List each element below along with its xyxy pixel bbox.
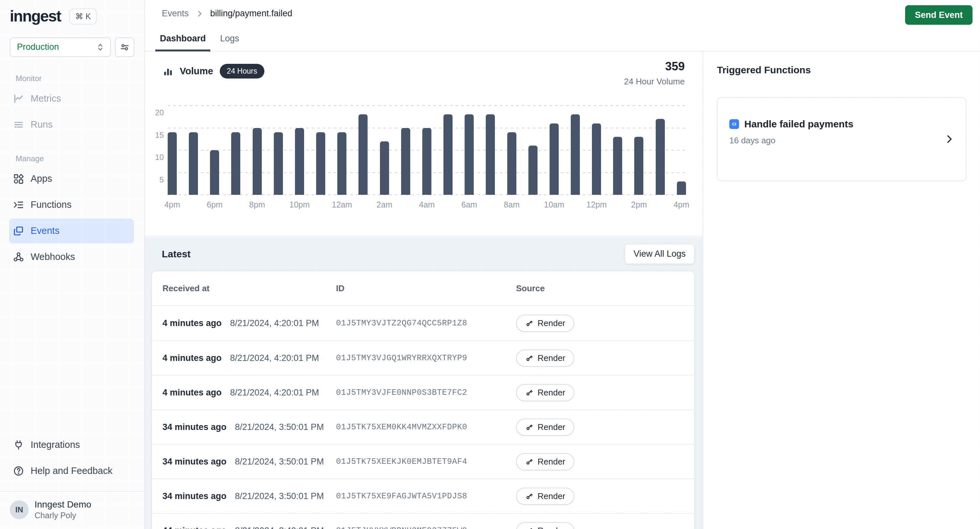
key-icon bbox=[525, 423, 534, 431]
latest-section: Latest View All Logs Received at ID Sour… bbox=[145, 237, 703, 529]
sidebar-item-webhooks[interactable]: Webhooks bbox=[9, 245, 134, 269]
sidebar-item-functions[interactable]: Functions bbox=[9, 193, 134, 217]
volume-bar[interactable] bbox=[210, 150, 219, 195]
sidebar-item-integrations[interactable]: Integrations bbox=[9, 433, 134, 457]
environment-settings-button[interactable] bbox=[115, 37, 134, 57]
volume-bar[interactable] bbox=[634, 137, 643, 195]
volume-bar[interactable] bbox=[295, 128, 304, 195]
source-label: Render bbox=[538, 422, 565, 432]
source-cell: Render bbox=[516, 419, 694, 436]
event-id: 01J5TK75XEEKJK0EMJBTET9AF4 bbox=[336, 457, 516, 467]
apps-grid-icon bbox=[13, 173, 24, 184]
topbar: Events billing/payment.failed Dashboard … bbox=[145, 0, 980, 51]
sidebar-item-events[interactable]: Events bbox=[9, 218, 134, 243]
volume-bar[interactable] bbox=[274, 132, 283, 195]
volume-bar[interactable] bbox=[571, 114, 580, 195]
volume-bar[interactable] bbox=[358, 114, 368, 195]
table-row[interactable]: 44 minutes ago 8/21/2024, 3:40:01 PM 01J… bbox=[152, 513, 694, 529]
table-row[interactable]: 34 minutes ago 8/21/2024, 3:50:01 PM 01J… bbox=[152, 409, 694, 444]
main-column: Volume 24 Hours 359 24 Hour Volume 51015… bbox=[145, 51, 703, 529]
volume-bar[interactable] bbox=[677, 182, 686, 195]
function-card[interactable]: Handle failed payments 16 days ago bbox=[717, 97, 966, 181]
source-badge[interactable]: Render bbox=[516, 349, 574, 367]
volume-bar[interactable] bbox=[168, 132, 177, 195]
received-relative: 4 minutes ago bbox=[162, 353, 222, 363]
volume-bar[interactable] bbox=[465, 114, 474, 195]
volume-chart-plot: 5101520 bbox=[168, 105, 686, 195]
x-tick-label: 2pm bbox=[631, 200, 647, 209]
volume-chart-section: Volume 24 Hours 359 24 Hour Volume 51015… bbox=[145, 51, 703, 236]
volume-bar[interactable] bbox=[422, 128, 431, 195]
volume-bar[interactable] bbox=[486, 114, 495, 195]
sidebar-item-metrics[interactable]: Metrics bbox=[9, 86, 134, 111]
command-k-shortcut[interactable]: ⌘ K bbox=[69, 8, 97, 24]
volume-bar[interactable] bbox=[189, 132, 198, 195]
y-tick-label: 15 bbox=[148, 131, 164, 140]
tab-logs[interactable]: Logs bbox=[216, 28, 244, 51]
table-row[interactable]: 34 minutes ago 8/21/2024, 3:50:01 PM 01J… bbox=[152, 478, 694, 513]
table-row[interactable]: 4 minutes ago 8/21/2024, 4:20:01 PM 01J5… bbox=[152, 306, 694, 340]
source-cell: Render bbox=[516, 384, 694, 401]
source-badge[interactable]: Render bbox=[516, 522, 574, 529]
table-row[interactable]: 34 minutes ago 8/21/2024, 3:50:01 PM 01J… bbox=[152, 444, 694, 478]
sidebar-item-label: Runs bbox=[30, 119, 53, 130]
volume-bar[interactable] bbox=[401, 128, 410, 195]
x-tick-label: 10am bbox=[544, 200, 565, 209]
sidebar-item-help[interactable]: Help and Feedback bbox=[9, 459, 134, 483]
nav-section-manage: Manage bbox=[16, 154, 144, 163]
volume-bar[interactable] bbox=[231, 132, 240, 195]
chevron-right-icon bbox=[195, 10, 204, 18]
key-icon bbox=[525, 354, 534, 362]
source-badge[interactable]: Render bbox=[516, 384, 574, 401]
source-badge[interactable]: Render bbox=[516, 488, 574, 505]
tab-dashboard[interactable]: Dashboard bbox=[155, 28, 210, 51]
volume-bar[interactable] bbox=[592, 123, 601, 195]
environment-row: Production bbox=[10, 37, 134, 57]
volume-bar[interactable] bbox=[550, 123, 559, 195]
sidebar-item-runs[interactable]: Runs bbox=[9, 112, 134, 137]
send-event-button[interactable]: Send Event bbox=[905, 5, 972, 25]
chevron-right-icon bbox=[944, 134, 954, 144]
volume-bar[interactable] bbox=[528, 146, 538, 195]
volume-title: Volume bbox=[180, 66, 213, 76]
table-row[interactable]: 4 minutes ago 8/21/2024, 4:20:01 PM 01J5… bbox=[152, 375, 694, 409]
volume-bar[interactable] bbox=[337, 132, 347, 195]
chart-x-axis: 4pm6pm8pm10pm12am2am4am6am8am10am12pm2pm… bbox=[168, 200, 686, 210]
environment-select[interactable]: Production bbox=[10, 37, 111, 57]
x-tick-label: 12pm bbox=[586, 200, 607, 209]
logo-row: inngest ⌘ K bbox=[0, 0, 144, 25]
user-profile[interactable]: IN Inngest Demo Charly Poly bbox=[0, 492, 144, 529]
plug-icon bbox=[13, 440, 24, 451]
received-relative: 34 minutes ago bbox=[162, 457, 227, 467]
avatar: IN bbox=[10, 500, 29, 519]
key-icon bbox=[525, 457, 534, 466]
sidebar-item-apps[interactable]: Apps bbox=[9, 166, 134, 191]
events-windows-icon bbox=[13, 225, 24, 236]
event-id: 01J5TJHVYXWBBNH3ME9377Z5W9 bbox=[336, 526, 516, 529]
volume-total: 359 24 Hour Volume bbox=[624, 59, 685, 87]
volume-bar[interactable] bbox=[380, 141, 389, 195]
volume-bar[interactable] bbox=[253, 128, 262, 195]
sliders-icon bbox=[119, 42, 130, 53]
volume-bar[interactable] bbox=[507, 132, 516, 195]
source-badge[interactable]: Render bbox=[516, 315, 574, 332]
column-id: ID bbox=[336, 284, 516, 293]
volume-bar[interactable] bbox=[444, 114, 453, 195]
received-timestamp: 8/21/2024, 4:20:01 PM bbox=[230, 353, 319, 363]
volume-bar[interactable] bbox=[613, 137, 622, 195]
received-relative: 4 minutes ago bbox=[162, 318, 222, 328]
x-tick-label: 6pm bbox=[207, 200, 223, 209]
table-row[interactable]: 4 minutes ago 8/21/2024, 4:20:01 PM 01J5… bbox=[152, 340, 694, 375]
view-all-logs-button[interactable]: View All Logs bbox=[624, 244, 695, 264]
source-label: Render bbox=[538, 526, 565, 529]
range-badge[interactable]: 24 Hours bbox=[220, 64, 264, 78]
breadcrumb-events-link[interactable]: Events bbox=[162, 8, 189, 19]
x-tick-label: 8pm bbox=[249, 200, 265, 209]
volume-bar[interactable] bbox=[656, 119, 665, 195]
source-badge[interactable]: Render bbox=[516, 419, 574, 436]
source-cell: Render bbox=[516, 453, 694, 470]
volume-bar[interactable] bbox=[316, 132, 325, 195]
source-badge[interactable]: Render bbox=[516, 453, 574, 470]
received-relative: 44 minutes ago bbox=[162, 526, 227, 529]
received-relative: 4 minutes ago bbox=[162, 388, 222, 398]
